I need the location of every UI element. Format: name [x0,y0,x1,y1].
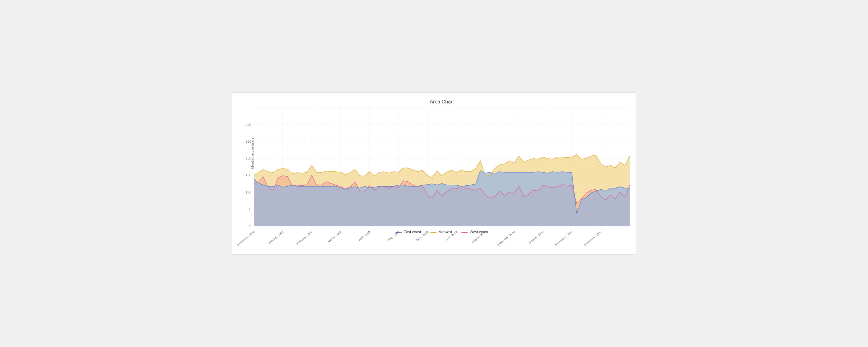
chart-title: Area Chart [254,99,630,105]
svg-text:150: 150 [245,173,251,177]
chart-area: Monthly active users [254,108,630,226]
chart-container: Area Chart Monthly active users [232,92,636,255]
midwest-legend-dot [430,232,436,233]
west-coast-legend-dot [461,232,468,233]
y-axis-label: Monthly active users [250,138,254,169]
svg-text:100: 100 [245,190,251,194]
svg-text:300: 300 [245,122,251,126]
midwest-legend-label: Midwest [438,230,452,234]
east-coast-legend-label: East coast [404,230,421,234]
svg-text:50: 50 [248,207,251,211]
svg-text:0: 0 [249,224,251,228]
legend-item-midwest: Midwest [430,230,452,234]
svg-text:December - 2018: December - 2018 [237,230,255,247]
main-chart-svg: 0 50 100 150 200 250 300 December - 2018… [254,108,630,226]
